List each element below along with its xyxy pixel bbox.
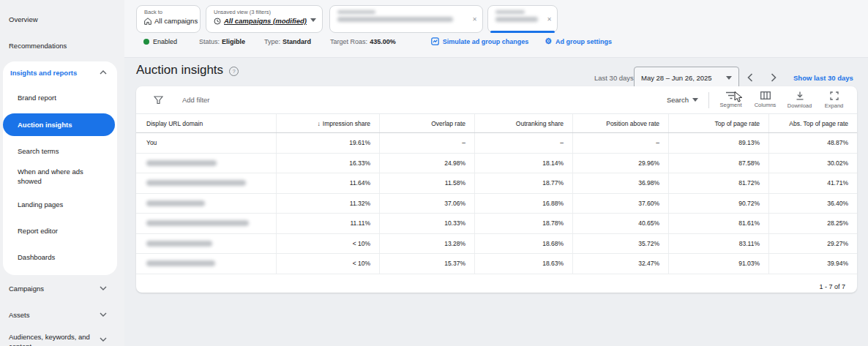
target-roas-value: 435.00% (370, 38, 396, 45)
columns-button[interactable]: Columns (748, 91, 782, 108)
impression-share-label: Impression share (323, 120, 370, 127)
abs-top-of-page-rate-cell: 41.71% (768, 173, 857, 193)
outranking-share-cell: 18.68% (474, 234, 572, 254)
gear-icon: ⚙ (545, 37, 552, 45)
sidebar-item-campaigns[interactable]: Campaigns (9, 285, 44, 293)
overlap-rate-cell: 13.28% (379, 234, 474, 254)
close-icon[interactable]: ✕ (472, 16, 477, 23)
table-row[interactable]: < 10% 13.28% 18.68% 35.72% 83.11% 29.27% (136, 234, 857, 255)
top-of-page-rate-cell: 91.03% (668, 254, 768, 274)
table-row[interactable]: 11.32% 37.06% 16.88% 37.60% 90.72% 36.40… (136, 194, 857, 214)
overlap-rate-cell: 15.37% (379, 254, 474, 274)
segment-button[interactable]: Segment (714, 91, 748, 108)
chevron-down-icon[interactable] (100, 337, 107, 342)
column-header-position-above-rate[interactable]: Position above rate (572, 114, 668, 132)
history-icon (214, 18, 221, 25)
table-footer: 1 - 7 of 7 (136, 274, 857, 293)
add-filter-button[interactable]: Add filter (154, 96, 210, 105)
chevron-down-icon (310, 18, 316, 22)
table-row[interactable]: 11.64% 11.58% 18.77% 36.98% 81.72% 41.71… (136, 173, 857, 194)
chevron-up-icon[interactable] (100, 70, 107, 75)
date-range-value: May 28 – Jun 26, 2025 (641, 74, 712, 82)
domain-cell-redacted (136, 214, 276, 233)
redacted-adgroup-name (495, 17, 538, 22)
auction-insights-table-card: Add filter Search Segment Columns (136, 86, 857, 293)
position-above-rate-cell: 32.47% (572, 254, 668, 274)
sidebar-item-report-editor[interactable]: Report editor (18, 227, 58, 235)
simulate-link-label: Simulate ad group changes (443, 38, 529, 45)
top-of-page-rate-cell: 81.72% (668, 173, 768, 193)
close-icon[interactable]: ✕ (547, 16, 552, 23)
column-header-impression-share[interactable]: ↓ Impression share (276, 114, 379, 132)
campaign-tab-chip-redacted[interactable]: ✕ (329, 5, 483, 33)
chevron-down-icon[interactable] (100, 286, 107, 290)
adgroup-status-row: Enabled Status: Eligible Type: Standard … (143, 37, 612, 45)
sidebar-item-brand-report[interactable]: Brand report (18, 94, 56, 102)
auction-insights-label: Auction insights (18, 121, 72, 129)
search-label: Search (667, 96, 689, 104)
sidebar-item-dashboards[interactable]: Dashboards (18, 253, 55, 261)
chevron-down-icon[interactable] (100, 312, 107, 317)
simulate-ad-group-changes-link[interactable]: Simulate ad group changes (431, 37, 529, 45)
columns-icon (760, 91, 771, 99)
overlap-rate-cell: 11.58% (379, 173, 474, 193)
previous-period-button[interactable] (744, 71, 757, 84)
chevron-down-icon (726, 76, 732, 80)
next-period-button[interactable] (767, 71, 780, 84)
sidebar-item-overview[interactable]: Overview (9, 15, 38, 23)
domain-cell: You (136, 133, 276, 153)
expand-icon (830, 91, 839, 100)
table-row-you[interactable]: You 19.61% – – – 89.13% 48.87% (136, 133, 857, 154)
sidebar-item-auction-insights-selected[interactable]: Auction insights (3, 113, 115, 136)
sort-descending-icon: ↓ (318, 120, 321, 127)
column-header-overlap-rate[interactable]: Overlap rate (379, 114, 474, 132)
sidebar-item-audiences-keywords-content[interactable]: Audiences, keywords, and content (9, 332, 102, 346)
download-label: Download (787, 102, 812, 109)
back-to-all-campaigns-chip[interactable]: Back to All campaigns (136, 5, 201, 33)
search-button[interactable]: Search (667, 96, 698, 104)
position-above-rate-cell: 29.96% (572, 154, 668, 173)
enabled-status-dot-icon (143, 39, 149, 45)
sidebar-group-insights-and-reports[interactable]: Insights and reports (10, 69, 77, 77)
column-header-display-url-domain[interactable]: Display URL domain (136, 114, 276, 132)
download-button[interactable]: Download (782, 91, 817, 109)
sidebar-item-when-and-where-ads-showed[interactable]: When and where ads showed (18, 167, 100, 186)
show-last-30-days-link[interactable]: Show last 30 days (793, 74, 853, 82)
impression-share-cell: 11.32% (276, 194, 379, 214)
chevron-down-icon (692, 98, 698, 102)
outranking-share-cell: 18.63% (474, 254, 572, 274)
segment-label: Segment (719, 102, 741, 108)
unsaved-view-chip[interactable]: Unsaved view (3 filters) All campaigns (… (206, 5, 323, 33)
ad-group-settings-link[interactable]: ⚙ Ad group settings (545, 37, 612, 45)
abs-top-of-page-rate-cell: 48.87% (768, 133, 857, 153)
back-chip-label: All campaigns (154, 17, 198, 25)
domain-cell-redacted (136, 173, 276, 193)
expand-button[interactable]: Expand (817, 91, 851, 109)
download-icon (796, 91, 804, 100)
top-of-page-rate-cell: 81.61% (668, 214, 768, 233)
table-row[interactable]: < 10% 15.37% 18.63% 32.47% 91.03% 39.94% (136, 254, 857, 274)
table-row[interactable]: 11.11% 10.33% 18.78% 40.65% 81.61% 28.25… (136, 214, 857, 234)
column-header-top-of-page-rate[interactable]: Top of page rate (668, 114, 768, 132)
column-header-outranking-share[interactable]: Outranking share (474, 114, 572, 132)
sidebar-item-recommendations[interactable]: Recommendations (9, 42, 67, 50)
help-icon[interactable]: ? (229, 67, 239, 76)
sidebar-item-landing-pages[interactable]: Landing pages (18, 200, 63, 208)
top-of-page-rate-cell: 89.13% (668, 133, 768, 153)
table-header-row: Display URL domain ↓ Impression share Ov… (136, 114, 857, 133)
overlap-rate-cell: – (379, 133, 474, 153)
table-row[interactable]: 16.33% 24.98% 18.14% 29.96% 87.58% 30.02… (136, 154, 857, 174)
top-of-page-rate-cell: 90.72% (668, 194, 768, 214)
adgroup-tab-chip-redacted-active[interactable]: ✕ (487, 5, 558, 33)
domain-cell-redacted (136, 234, 276, 254)
sidebar-item-assets[interactable]: Assets (9, 311, 30, 319)
abs-top-of-page-rate-cell: 36.40% (768, 194, 857, 214)
abs-top-of-page-rate-cell: 39.94% (768, 254, 857, 274)
domain-cell-redacted (136, 154, 276, 173)
status-label: Status: (199, 38, 220, 45)
sidebar-item-search-terms[interactable]: Search terms (18, 147, 59, 155)
settings-link-label: Ad group settings (555, 38, 612, 45)
column-header-abs-top-of-page-rate[interactable]: Abs. Top of page rate (768, 114, 857, 132)
position-above-rate-cell: 40.65% (572, 214, 668, 233)
enabled-label[interactable]: Enabled (153, 38, 177, 45)
